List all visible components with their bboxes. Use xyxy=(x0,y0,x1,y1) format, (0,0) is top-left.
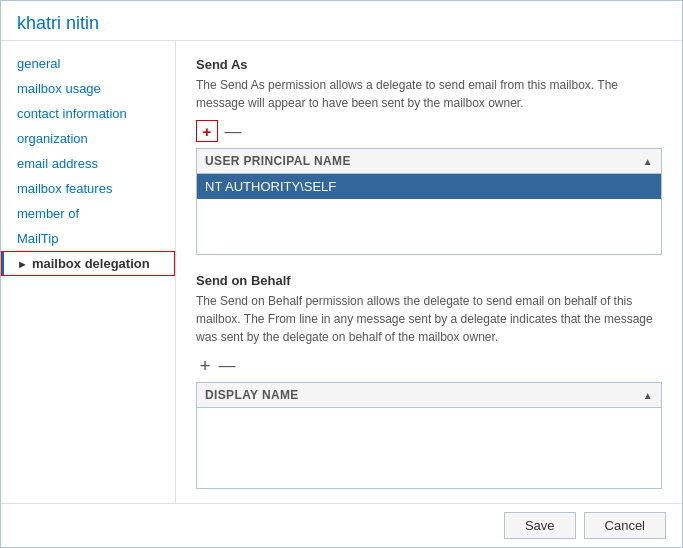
send-as-description: The Send As permission allows a delegate… xyxy=(196,76,662,112)
send-as-title: Send As xyxy=(196,57,662,72)
sidebar-item-label: mailbox usage xyxy=(17,81,101,96)
send-on-behalf-title: Send on Behalf xyxy=(196,273,662,288)
active-arrow-icon: ► xyxy=(17,258,28,270)
sidebar-item-mailbox-delegation[interactable]: ► mailbox delegation xyxy=(1,251,175,276)
send-on-behalf-column-header: DISPLAY NAME xyxy=(205,388,299,402)
row-value: NT AUTHORITY\SELF xyxy=(205,179,336,194)
send-on-behalf-btn-row: + — xyxy=(196,354,662,376)
send-as-btn-row: + — xyxy=(196,120,662,142)
content-area: general mailbox usage contact informatio… xyxy=(1,41,682,503)
sidebar-item-member-of[interactable]: member of xyxy=(1,201,175,226)
sidebar-item-label: general xyxy=(17,56,60,71)
cancel-button[interactable]: Cancel xyxy=(584,512,666,539)
page-title: khatri nitin xyxy=(17,13,666,34)
sidebar-item-label: mailbox features xyxy=(17,181,112,196)
send-on-behalf-add-button[interactable]: + xyxy=(196,354,214,376)
send-on-behalf-table-body xyxy=(197,408,661,488)
send-on-behalf-table: DISPLAY NAME ▲ xyxy=(196,382,662,489)
send-as-column-header: USER PRINCIPAL NAME xyxy=(205,154,351,168)
main-content: Send As The Send As permission allows a … xyxy=(176,41,682,503)
sidebar-item-label: contact information xyxy=(17,106,127,121)
send-on-behalf-remove-button[interactable]: — xyxy=(218,354,236,376)
sidebar-item-email-address[interactable]: email address xyxy=(1,151,175,176)
send-as-table: USER PRINCIPAL NAME ▲ NT AUTHORITY\SELF xyxy=(196,148,662,255)
sidebar-item-label: organization xyxy=(17,131,88,146)
send-as-add-button[interactable]: + xyxy=(196,120,218,142)
sidebar-item-label: mailbox delegation xyxy=(32,256,150,271)
send-on-behalf-table-header: DISPLAY NAME ▲ xyxy=(197,383,661,408)
send-as-table-body: NT AUTHORITY\SELF xyxy=(197,174,661,254)
sidebar-item-label: email address xyxy=(17,156,98,171)
sidebar: general mailbox usage contact informatio… xyxy=(1,41,176,503)
send-on-behalf-description: The Send on Behalf permission allows the… xyxy=(196,292,662,346)
send-as-table-header: USER PRINCIPAL NAME ▲ xyxy=(197,149,661,174)
sidebar-item-label: member of xyxy=(17,206,79,221)
table-row[interactable]: NT AUTHORITY\SELF xyxy=(197,174,661,199)
sidebar-item-organization[interactable]: organization xyxy=(1,126,175,151)
sidebar-item-contact-information[interactable]: contact information xyxy=(1,101,175,126)
send-as-remove-button[interactable]: — xyxy=(222,120,244,142)
sidebar-item-mailbox-features[interactable]: mailbox features xyxy=(1,176,175,201)
send-on-behalf-sort-icon[interactable]: ▲ xyxy=(643,390,653,401)
send-as-sort-icon[interactable]: ▲ xyxy=(643,156,653,167)
save-button[interactable]: Save xyxy=(504,512,576,539)
sidebar-item-label: MailTip xyxy=(17,231,58,246)
footer: Save Cancel xyxy=(1,503,682,547)
sidebar-item-general[interactable]: general xyxy=(1,51,175,76)
title-bar: khatri nitin xyxy=(1,1,682,41)
sidebar-item-mailbox-usage[interactable]: mailbox usage xyxy=(1,76,175,101)
sidebar-item-mailtip[interactable]: MailTip xyxy=(1,226,175,251)
